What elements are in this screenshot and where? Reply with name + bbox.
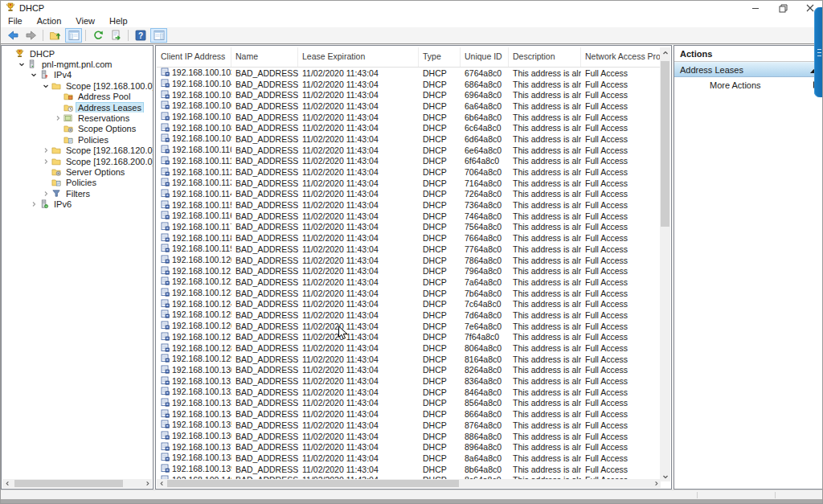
scroll-up-icon[interactable] xyxy=(660,47,670,58)
tree-hscroll-thumb[interactable] xyxy=(14,480,123,487)
scroll-left-icon[interactable] xyxy=(157,479,166,488)
lease-row[interactable]: 192.168.100.136BAD_ADDRESS11/02/2020 11:… xyxy=(157,431,661,442)
tree-item-reservations[interactable]: Reservations xyxy=(2,113,153,123)
tree-item-label[interactable]: Reservations xyxy=(76,113,131,123)
show-console-tree-icon[interactable] xyxy=(65,28,82,43)
lease-row[interactable]: 192.168.100.109BAD_ADDRESS11/02/2020 11:… xyxy=(157,133,661,145)
scroll-left-icon[interactable] xyxy=(2,479,12,488)
lease-row[interactable]: 192.168.100.129BAD_ADDRESS11/02/2020 11:… xyxy=(157,354,661,365)
expander-collapsed-icon[interactable] xyxy=(41,191,51,197)
minimize-button[interactable] xyxy=(742,1,769,15)
menu-view[interactable]: View xyxy=(68,15,102,27)
tree-item-scope-192-168-120-0-anyconec[interactable]: Scope [192.168.120.0] AnyConec xyxy=(2,145,153,156)
lease-row[interactable]: 192.168.100.104BAD_ADDRESS11/02/2020 11:… xyxy=(157,79,661,90)
expander-collapsed-icon[interactable] xyxy=(41,147,51,154)
list-vertical-scrollbar[interactable] xyxy=(660,47,670,481)
restore-button[interactable] xyxy=(769,1,796,15)
lease-row[interactable]: 192.168.100.112BAD_ADDRESS11/02/2020 11:… xyxy=(157,166,661,178)
side-panel-flyout-tab[interactable] xyxy=(814,7,823,97)
lease-row[interactable]: 192.168.100.125BAD_ADDRESS11/02/2020 11:… xyxy=(157,309,661,321)
lease-row[interactable]: 192.168.100.133BAD_ADDRESS11/02/2020 11:… xyxy=(157,398,661,409)
expander-collapsed-icon[interactable] xyxy=(29,201,39,207)
tree-item-filters[interactable]: Filters xyxy=(2,188,153,199)
menu-action[interactable]: Action xyxy=(30,15,69,27)
expander-expanded-icon[interactable] xyxy=(41,83,51,89)
lease-row[interactable]: 192.168.100.119BAD_ADDRESS11/02/2020 11:… xyxy=(157,244,661,255)
help-icon[interactable]: ? xyxy=(132,28,149,43)
menu-help[interactable]: Help xyxy=(102,15,135,27)
tree-item-address-leases[interactable]: Address Leases xyxy=(2,102,153,113)
show-action-pane-icon[interactable] xyxy=(150,28,167,43)
lease-row[interactable]: 192.168.100.116BAD_ADDRESS11/02/2020 11:… xyxy=(157,211,661,222)
tree-item-label[interactable]: Scope [192.168.200.0] 192.168.10 xyxy=(64,157,153,166)
expander-collapsed-icon[interactable] xyxy=(53,115,63,121)
scroll-right-icon[interactable] xyxy=(651,479,661,488)
lease-row[interactable]: 192.168.100.121BAD_ADDRESS11/02/2020 11:… xyxy=(157,265,661,277)
lease-row[interactable]: 192.168.100.108BAD_ADDRESS11/02/2020 11:… xyxy=(157,122,661,133)
tree-item-label[interactable]: DHCP xyxy=(28,49,56,59)
tree-item-policies[interactable]: Policies xyxy=(2,178,153,188)
column-header-description[interactable]: Description xyxy=(509,47,581,67)
lease-row[interactable]: 192.168.100.106BAD_ADDRESS11/02/2020 11:… xyxy=(157,100,661,112)
expander-collapsed-icon[interactable] xyxy=(41,158,51,165)
lease-row[interactable]: 192.168.100.105BAD_ADDRESS11/02/2020 11:… xyxy=(157,89,661,100)
column-header-lease-expiration[interactable]: Lease Expiration xyxy=(298,47,419,67)
expander-expanded-icon[interactable] xyxy=(29,72,39,78)
forward-icon[interactable] xyxy=(23,28,39,43)
tree-item-label[interactable]: Server Options xyxy=(64,167,126,177)
lease-row[interactable]: 192.168.100.115BAD_ADDRESS11/02/2020 11:… xyxy=(157,199,661,211)
lease-row[interactable]: 192.168.100.128BAD_ADDRESS11/02/2020 11:… xyxy=(157,342,661,354)
lease-row[interactable]: 192.168.100.127BAD_ADDRESS11/02/2020 11:… xyxy=(157,332,661,343)
actions-group-address-leases[interactable]: Address Leases xyxy=(674,62,823,77)
tree-item-label[interactable]: IPv6 xyxy=(52,199,73,209)
tree-horizontal-scrollbar[interactable] xyxy=(2,479,152,488)
tree-item-label[interactable]: Address Pool xyxy=(76,92,132,101)
column-header-network-access-protectio[interactable]: Network Access Protectio xyxy=(581,47,661,67)
tree-item-policies[interactable]: Policies xyxy=(2,134,153,145)
lease-row[interactable]: 192.168.100.117BAD_ADDRESS11/02/2020 11:… xyxy=(157,222,661,233)
export-list-icon[interactable] xyxy=(108,28,125,43)
up-one-level-icon[interactable] xyxy=(47,28,63,43)
list-vscroll-thumb[interactable] xyxy=(661,61,669,227)
column-header-type[interactable]: Type xyxy=(419,47,461,67)
column-header-name[interactable]: Name xyxy=(231,47,298,67)
tree-item-scope-192-168-200-0-192-168-10[interactable]: Scope [192.168.200.0] 192.168.10 xyxy=(2,156,153,166)
tree-item-dhcp[interactable]: DHCP xyxy=(2,48,153,59)
scroll-right-icon[interactable] xyxy=(142,479,152,488)
lease-row[interactable]: 192.168.100.139BAD_ADDRESS11/02/2020 11:… xyxy=(157,464,661,475)
lease-row[interactable]: 192.168.100.122BAD_ADDRESS11/02/2020 11:… xyxy=(157,277,661,288)
more-actions-button[interactable]: More Actions xyxy=(674,77,823,93)
tree-item-label[interactable]: Policies xyxy=(64,178,98,187)
lease-row[interactable]: 192.168.100.118BAD_ADDRESS11/02/2020 11:… xyxy=(157,232,661,244)
tree-item-scope-options[interactable]: Scope Options xyxy=(2,124,153,134)
lease-row[interactable]: 192.168.100.124BAD_ADDRESS11/02/2020 11:… xyxy=(157,298,661,309)
lease-row[interactable]: 192.168.100.107BAD_ADDRESS11/02/2020 11:… xyxy=(157,112,661,123)
tree-item-ipv4[interactable]: IPv4 xyxy=(2,70,153,80)
lease-row[interactable]: 192.168.100.110BAD_ADDRESS11/02/2020 11:… xyxy=(157,145,661,156)
tree-item-address-pool[interactable]: Address Pool xyxy=(2,92,153,102)
lease-row[interactable]: 192.168.100.123BAD_ADDRESS11/02/2020 11:… xyxy=(157,288,661,299)
menu-file[interactable]: File xyxy=(1,15,30,27)
tree-item-ipv6[interactable]: IPv6 xyxy=(2,199,153,209)
lease-row[interactable]: 192.168.100.126BAD_ADDRESS11/02/2020 11:… xyxy=(157,321,661,332)
tree-item-server-options[interactable]: Server Options xyxy=(2,166,153,177)
lease-row[interactable]: 192.168.100.103BAD_ADDRESS11/02/2020 11:… xyxy=(157,68,661,79)
tree-item-label[interactable]: IPv4 xyxy=(52,70,73,80)
lease-row[interactable]: 192.168.100.131BAD_ADDRESS11/02/2020 11:… xyxy=(157,375,661,387)
lease-row[interactable]: 192.168.100.134BAD_ADDRESS11/02/2020 11:… xyxy=(157,408,661,420)
list-hscroll-thumb[interactable] xyxy=(167,480,459,487)
tree-item-label[interactable]: Scope [192.168.120.0] AnyConec xyxy=(64,145,153,155)
tree-item-label[interactable]: Scope [192.168.100.0] 192.168.10 xyxy=(64,81,153,91)
lease-row[interactable]: 192.168.100.113BAD_ADDRESS11/02/2020 11:… xyxy=(157,178,661,189)
tree-item-pnl-mgmt-pnl-com[interactable]: pnl-mgmt.pnl.com xyxy=(2,59,153,69)
lease-row[interactable]: 192.168.100.132BAD_ADDRESS11/02/2020 11:… xyxy=(157,387,661,398)
lease-row[interactable]: 192.168.100.114BAD_ADDRESS11/02/2020 11:… xyxy=(157,189,661,200)
lease-row[interactable]: 192.168.100.137BAD_ADDRESS11/02/2020 11:… xyxy=(157,441,661,453)
tree-item-label[interactable]: Policies xyxy=(76,135,110,145)
lease-row[interactable]: 192.168.100.130BAD_ADDRESS11/02/2020 11:… xyxy=(157,365,661,376)
expander-expanded-icon[interactable] xyxy=(17,61,27,68)
tree-item-label[interactable]: pnl-mgmt.pnl.com xyxy=(40,59,113,69)
lease-row[interactable]: 192.168.100.111BAD_ADDRESS11/02/2020 11:… xyxy=(157,156,661,167)
tree-item-label[interactable]: Scope Options xyxy=(76,124,137,133)
tree-item-label[interactable]: Address Leases xyxy=(76,103,143,113)
